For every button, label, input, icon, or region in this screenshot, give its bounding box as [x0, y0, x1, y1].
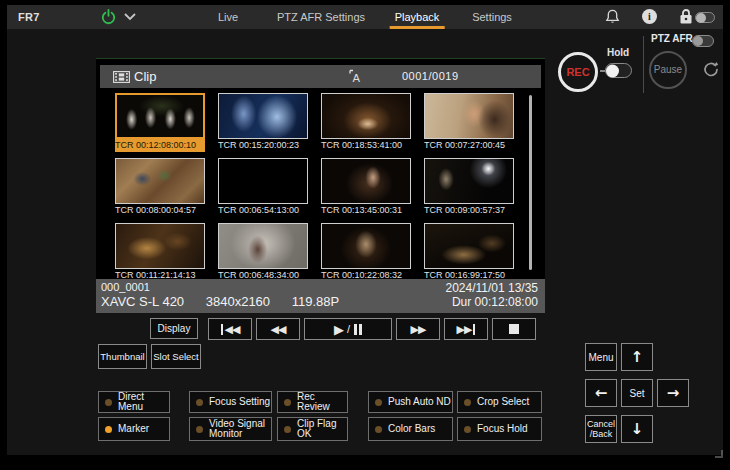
assign-button-push-auto-nd[interactable]: Push Auto ND: [368, 391, 453, 413]
topbar: FR7 Live PTZ AFR Settings Playback Setti…: [7, 5, 723, 29]
nav-down-button[interactable]: ↓: [621, 415, 653, 443]
clip-timecode: TCR 00:18:53:41:00: [321, 139, 411, 152]
assign-button-color-bars[interactable]: Color Bars: [368, 417, 453, 441]
lock-toggle[interactable]: [695, 12, 715, 23]
assign-led: [464, 399, 471, 406]
clip-resolution: 3840x2160: [206, 294, 270, 309]
assign-button-marker[interactable]: Marker: [98, 417, 170, 441]
hold-label: Hold: [607, 47, 629, 58]
clip-browser-title: Clip: [134, 69, 156, 84]
clip-video-thumbnail: [218, 223, 308, 269]
clip-video-thumbnail: [321, 158, 411, 204]
clip-video-thumbnail: [115, 158, 205, 204]
play-pause-button[interactable]: ▶ /: [304, 318, 392, 340]
info-icon[interactable]: i: [642, 9, 657, 24]
clip-timecode: TCR 00:08:00:04:57: [115, 204, 205, 217]
assign-button-focus-setting[interactable]: Focus Setting: [189, 391, 272, 413]
clip-item[interactable]: TCR 00:07:27:00:45: [424, 93, 514, 152]
clip-video-thumbnail: [115, 223, 205, 269]
assign-led: [196, 426, 203, 433]
clip-browser-panel: Clip A 0001/0019 TCR 00:12:08:00:10 TCR …: [96, 58, 545, 312]
toggle-knob: [693, 36, 703, 46]
clip-info-bar: 000_0001 XAVC S-L 420 3840x2160 119.88P …: [96, 279, 545, 313]
clip-item[interactable]: TCR 00:15:20:00:23: [218, 93, 308, 152]
nav-left-button[interactable]: ←: [585, 379, 617, 407]
lock-icon[interactable]: [679, 8, 693, 25]
toggle-knob: [606, 64, 619, 77]
rewind-button[interactable]: ◀◀: [256, 318, 300, 340]
fast-forward-icon: ▶▶: [411, 324, 426, 335]
assign-button-focus-hold[interactable]: Focus Hold: [457, 417, 542, 441]
clip-duration: Dur 00:12:08:00: [452, 295, 538, 309]
clip-item[interactable]: TCR 00:12:08:00:10: [115, 93, 205, 152]
clip-video-thumbnail: [321, 93, 411, 139]
clip-video-thumbnail: [218, 158, 308, 204]
film-strip-icon: [113, 71, 130, 83]
fast-forward-button[interactable]: ▶▶: [396, 318, 440, 340]
play-icon: ▶: [334, 323, 343, 336]
tab-settings[interactable]: Settings: [467, 5, 517, 29]
play-pause-separator: /: [347, 323, 350, 335]
clip-item[interactable]: TCR 00:08:00:04:57: [115, 158, 205, 217]
assign-button-clip-flag-ok[interactable]: Clip Flag OK: [277, 417, 348, 441]
assign-button-video-signal-monitor[interactable]: Video Signal Monitor: [189, 417, 272, 441]
assign-label: Push Auto ND: [388, 397, 451, 407]
ptz-afr-reset-icon[interactable]: [701, 60, 721, 80]
nav-right-button[interactable]: →: [657, 379, 689, 407]
skip-next-button[interactable]: ▶▶: [444, 318, 488, 340]
chevron-down-icon[interactable]: [124, 12, 136, 21]
assign-label: Direct Menu: [118, 392, 169, 412]
skip-prev-button[interactable]: ◀◀: [208, 318, 252, 340]
clip-item[interactable]: TCR 00:18:53:41:00: [321, 93, 411, 152]
tab-live[interactable]: Live: [213, 5, 243, 29]
clip-page-indicator: 0001/0019: [402, 70, 459, 82]
set-button[interactable]: Set: [621, 379, 653, 407]
clip-name-format-icon[interactable]: A: [349, 69, 363, 84]
arrow-left-icon: ←: [595, 384, 608, 402]
clip-name: 000_0001: [101, 281, 150, 293]
clip-thumbnail-grid: TCR 00:12:08:00:10 TCR 00:15:20:00:23 TC…: [115, 93, 514, 282]
assign-label: Crop Select: [477, 397, 529, 407]
clip-browser-header: Clip A 0001/0019: [100, 65, 541, 88]
tab-playback[interactable]: Playback: [390, 5, 445, 29]
clip-item[interactable]: TCR 00:09:00:57:37: [424, 158, 514, 217]
clip-item[interactable]: TCR 00:11:21:14:13: [115, 223, 205, 282]
clip-timecode: TCR 00:07:27:00:45: [424, 139, 514, 152]
clip-item[interactable]: TCR 00:06:54:13:00: [218, 158, 308, 217]
assign-button-direct-menu[interactable]: Direct Menu: [98, 391, 170, 413]
clip-grid-scrollbar[interactable]: [529, 95, 532, 270]
display-button[interactable]: Display: [150, 318, 198, 339]
slot-select-button[interactable]: Slot Select: [151, 344, 201, 369]
cancel-label: Cancel: [587, 419, 615, 429]
pause-button[interactable]: Pause: [649, 51, 687, 89]
power-icon[interactable]: [100, 8, 117, 25]
clip-datetime: 2024/11/01 13/35: [445, 281, 538, 295]
back-label: /Back: [590, 429, 613, 439]
assign-button-rec-review[interactable]: Rec Review: [277, 391, 348, 413]
clip-item[interactable]: TCR 00:10:22:08:32: [321, 223, 411, 282]
clip-item[interactable]: TCR 00:13:45:00:31: [321, 158, 411, 217]
notification-bell-icon[interactable]: [605, 9, 620, 25]
assign-label: Focus Setting: [209, 397, 270, 407]
skip-next-icon: ▶▶: [457, 324, 472, 335]
rec-hold-toggle[interactable]: [605, 63, 632, 78]
clip-video-thumbnail: [321, 223, 411, 269]
nav-up-button[interactable]: ↑: [621, 343, 653, 371]
device-name: FR7: [18, 11, 40, 23]
thumbnail-button[interactable]: Thumbnail: [98, 344, 147, 369]
assign-label: Video Signal Monitor: [209, 419, 271, 439]
assign-button-crop-select[interactable]: Crop Select: [457, 391, 542, 413]
clip-item[interactable]: TCR 00:06:48:34:00: [218, 223, 308, 282]
assign-label: Clip Flag OK: [297, 419, 347, 439]
window-resize-handle[interactable]: [715, 450, 723, 458]
cancel-back-button[interactable]: Cancel /Back: [585, 415, 617, 443]
rewind-icon: ◀◀: [271, 324, 286, 335]
menu-button[interactable]: Menu: [585, 343, 617, 371]
rec-button[interactable]: REC: [558, 52, 598, 92]
stop-button[interactable]: [492, 318, 536, 340]
ptz-afr-label: PTZ AFR: [651, 33, 693, 44]
ptz-afr-toggle[interactable]: [692, 35, 714, 47]
skip-prev-icon: ◀◀: [225, 324, 240, 335]
clip-item[interactable]: TCR 00:16:99:17:50: [424, 223, 514, 282]
tab-ptz-afr-settings[interactable]: PTZ AFR Settings: [272, 5, 370, 29]
